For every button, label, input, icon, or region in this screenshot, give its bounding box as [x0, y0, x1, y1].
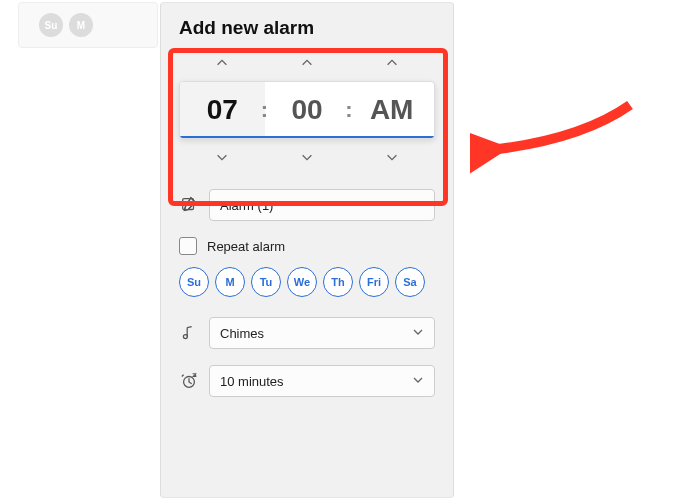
- snooze-select[interactable]: 10 minutes: [209, 365, 435, 397]
- day-selector: Su M Tu We Th Fri Sa: [179, 267, 435, 297]
- toolbar-remnant: Su M: [18, 2, 158, 48]
- period-cell[interactable]: AM: [349, 82, 434, 138]
- edit-icon: [179, 196, 199, 214]
- sound-row: Chimes: [179, 317, 435, 349]
- day-sa[interactable]: Sa: [395, 267, 425, 297]
- repeat-label: Repeat alarm: [207, 239, 285, 254]
- snooze-icon: [179, 372, 199, 390]
- hour-up-button[interactable]: [179, 49, 264, 77]
- music-note-icon: [179, 324, 199, 342]
- mini-pill-su: Su: [39, 13, 63, 37]
- period-down-button[interactable]: [350, 143, 435, 171]
- day-tu[interactable]: Tu: [251, 267, 281, 297]
- time-display: 07 00 AM: [179, 81, 435, 139]
- snooze-row: 10 minutes: [179, 365, 435, 397]
- day-we[interactable]: We: [287, 267, 317, 297]
- svg-point-1: [183, 335, 187, 339]
- minute-up-button[interactable]: [264, 49, 349, 77]
- hour-cell[interactable]: 07: [180, 82, 265, 138]
- snooze-value: 10 minutes: [220, 374, 284, 389]
- day-mo[interactable]: M: [215, 267, 245, 297]
- alarm-name-value: Alarm (1): [220, 198, 273, 213]
- period-up-button[interactable]: [350, 49, 435, 77]
- annotation-arrow: [470, 95, 640, 175]
- sound-select[interactable]: Chimes: [209, 317, 435, 349]
- day-th[interactable]: Th: [323, 267, 353, 297]
- hour-down-button[interactable]: [179, 143, 264, 171]
- time-picker: 07 00 AM: [179, 49, 435, 171]
- minute-cell[interactable]: 00: [265, 82, 350, 138]
- chevron-down-icon: [412, 374, 424, 389]
- chevron-down-icon: [412, 326, 424, 341]
- add-alarm-panel: Add new alarm 07 00 AM: [160, 2, 454, 498]
- day-fr[interactable]: Fri: [359, 267, 389, 297]
- panel-title: Add new alarm: [179, 17, 435, 39]
- alarm-name-row: Alarm (1): [179, 189, 435, 221]
- mini-pill-m: M: [69, 13, 93, 37]
- alarm-name-input[interactable]: Alarm (1): [209, 189, 435, 221]
- sound-value: Chimes: [220, 326, 264, 341]
- day-su[interactable]: Su: [179, 267, 209, 297]
- repeat-alarm-row: Repeat alarm: [179, 237, 435, 255]
- repeat-checkbox[interactable]: [179, 237, 197, 255]
- minute-down-button[interactable]: [264, 143, 349, 171]
